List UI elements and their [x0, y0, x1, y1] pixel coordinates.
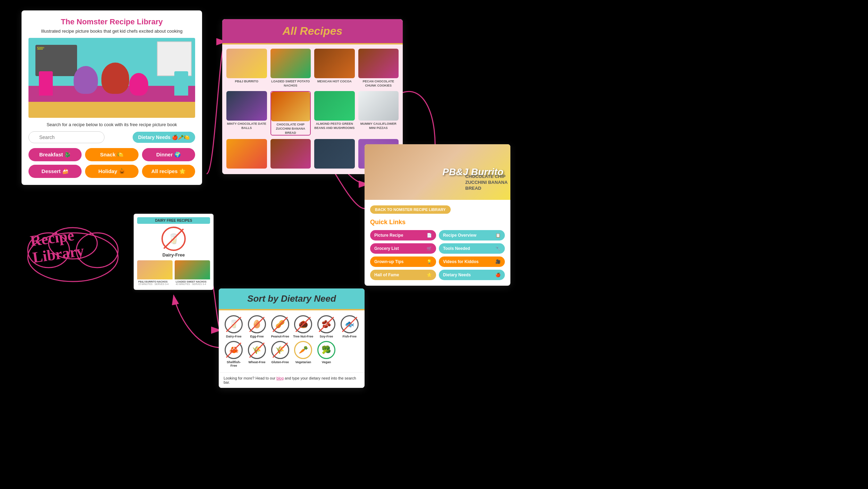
dietary-panel: Sort by Dietary Need 🥛 Dairy-Free 🥚 Egg-…	[219, 288, 365, 388]
pbj-hero-image: PB&J Burrito	[365, 144, 510, 200]
gluten-free-icon: 🌾	[271, 341, 289, 359]
banana-bread-floating-label: CHOCOLATE CHIP ZUCCHINI BANANA BREAD	[465, 174, 521, 191]
dietary-header: Sort by Dietary Need	[219, 288, 365, 310]
picture-recipe-button[interactable]: Picture Recipe 📄	[370, 230, 436, 241]
recipe-card-banana[interactable]: CHOCOLATE CHIP ZUCCHINI BANANA BREAD	[270, 91, 311, 136]
monster-pink-decoration	[129, 73, 148, 96]
grocery-list-button[interactable]: Grocery List 🛒	[370, 243, 436, 254]
recipe-name-choco: MINTY CHOCOLATE DATE BALLS	[226, 122, 267, 130]
dietary-footer-text: Looking for more? Head to our blog and t…	[224, 376, 356, 384]
category-grid: Breakfast 🐉 Snack 🍋 Dinner 🌍 Dessert 🍰 H…	[28, 148, 195, 178]
tools-needed-label: Tools Needed	[443, 246, 470, 251]
recipe-name-nachos: LOADED SWEET POTATO NACHOS	[270, 80, 311, 88]
mini-recipe-image-pbj	[137, 260, 173, 279]
site-subtitle: Illustrated recipe picture books that ge…	[28, 28, 195, 34]
pbj-panel: PB&J Burrito BACK TO NOMSTER RECIPE LIBR…	[365, 144, 510, 286]
mini-recipe-panel: DAIRY FREE RECIPES 🥛 Dairy-Free PB&J BUR…	[134, 214, 214, 290]
pbj-content: BACK TO NOMSTER RECIPE LIBRARY Quick Lin…	[365, 200, 510, 286]
dairy-free-icon: 🥛	[225, 315, 243, 333]
tools-needed-button[interactable]: Tools Needed 🔧	[439, 243, 505, 254]
mini-recipe-image-nachos	[175, 260, 210, 279]
dietary-title: Sort by Dietary Need	[226, 293, 358, 304]
mini-dairy-free-icon: 🥛	[161, 227, 186, 251]
dietary-item-treenut[interactable]: 🌰 Tree Nut-Free	[293, 315, 314, 338]
recipe-image-cauliflower	[358, 91, 399, 121]
dietary-item-vegetarian[interactable]: 🥕 Vegetarian	[293, 341, 314, 367]
dessert-button[interactable]: Dessert 🍰	[28, 165, 82, 178]
dietary-item-shellfish[interactable]: 🦀 Shellfish-Free	[224, 341, 244, 367]
peanut-free-label: Peanut-Free	[271, 335, 289, 338]
holiday-button[interactable]: Holiday 🎃	[85, 165, 138, 178]
monster-red-decoration	[101, 63, 129, 94]
dietary-item-vegan[interactable]: 🥦 Vegan	[316, 341, 337, 367]
recipe-name-cocoa: MEXICAN HOT COCOA	[317, 80, 352, 84]
search-wrapper: 🔍	[28, 131, 129, 143]
search-row: 🔍 Dietary Needs 🍎🥕🍋	[28, 131, 195, 143]
dietary-item-wheat[interactable]: 🌾 Wheat-Free	[247, 341, 267, 367]
dinner-button[interactable]: Dinner 🌍	[142, 148, 195, 161]
recipe-image-r3b	[270, 139, 311, 169]
treenut-free-label: Tree Nut-Free	[293, 335, 313, 338]
hall-of-fame-button[interactable]: Hall of Fame ⭐	[370, 270, 436, 280]
soy-free-icon: 🫘	[317, 315, 335, 333]
recipe-card-cauliflower[interactable]: MUMMY CAULIFLOWER MINI PIZZAS	[358, 91, 399, 136]
grown-up-tips-label: Grown-up Tips	[374, 259, 403, 264]
fish-free-label: Fish-Free	[342, 335, 357, 338]
blender-left-decoration	[39, 71, 53, 96]
recipe-overview-button[interactable]: Recipe Overview 📋	[439, 230, 505, 241]
recipe-card-r3a[interactable]	[226, 139, 267, 170]
recipe-card-r3b[interactable]	[270, 139, 311, 170]
wheat-free-icon: 🌾	[248, 341, 266, 359]
dietary-needs-button[interactable]: Dietary Needs 🍎🥕🍋	[133, 132, 195, 143]
mini-recipe-card-pbj[interactable]: PB&J BURRITO NACHOS 15 minutes · Serves …	[137, 260, 173, 286]
dietary-item-fish[interactable]: 🐟 Fish-Free	[339, 315, 360, 338]
snack-button[interactable]: Snack 🍋	[85, 148, 138, 161]
dietary-item-egg[interactable]: 🥚 Egg-Free	[247, 315, 267, 338]
dietary-item-gluten[interactable]: 🌾 Gluten-Free	[270, 341, 290, 367]
grocery-list-label: Grocery List	[374, 246, 399, 251]
videos-kiddos-icon: 🎥	[495, 259, 501, 264]
dietary-item-soy[interactable]: 🫘 Soy-Free	[316, 315, 337, 338]
soy-free-label: Soy-Free	[320, 335, 333, 338]
recipe-card-r3c[interactable]	[314, 139, 355, 170]
all-recipes-button[interactable]: All recipes 🌟	[142, 165, 195, 178]
egg-free-icon: 🥚	[248, 315, 266, 333]
search-input[interactable]	[28, 131, 105, 143]
treenut-free-icon: 🌰	[294, 315, 312, 333]
mini-recipe-card-nachos[interactable]: LOADED SWEET NACHOS 40 minutes · Serves …	[175, 260, 210, 286]
recipe-card-cocoa[interactable]: MEXICAN HOT COCOA	[314, 49, 355, 88]
all-recipes-title: All Recipes	[228, 25, 397, 38]
dietary-item-dairy[interactable]: 🥛 Dairy-Free	[224, 315, 244, 338]
tools-needed-icon: 🔧	[495, 246, 501, 251]
mini-recipe-name-pbj: PB&J BURRITO NACHOS 15 minutes · Serves …	[137, 279, 173, 286]
grocery-list-icon: 🛒	[427, 246, 432, 251]
recipe-card-choco[interactable]: MINTY CHOCOLATE DATE BALLS	[226, 91, 267, 136]
recipe-card-nachos[interactable]: LOADED SWEET POTATO NACHOS	[270, 49, 311, 88]
site-title: The Nomster Recipe Library	[28, 17, 195, 26]
recipe-card-cookies[interactable]: PECAN CHOCOLATE CHUNK COOKIES	[358, 49, 399, 88]
recipe-card-almond[interactable]: ALMOND PESTO GREEN BEANS AND MUSHROOMS	[314, 91, 355, 136]
mini-dairy-free-label: Dairy-Free	[137, 252, 210, 258]
recipe-image-cookies	[358, 49, 399, 78]
grown-up-tips-button[interactable]: Grown-up Tips 💡	[370, 256, 436, 267]
back-to-library-button[interactable]: BACK TO NOMSTER RECIPE LIBRARY	[370, 205, 451, 214]
quick-links-title: Quick Links	[370, 219, 505, 226]
egg-free-label: Egg-Free	[250, 335, 264, 338]
breakfast-button[interactable]: Breakfast 🐉	[28, 148, 82, 161]
videos-kiddos-button[interactable]: Videos for Kiddos 🎥	[439, 256, 505, 267]
recipe-name-cauliflower: MUMMY CAULIFLOWER MINI PIZZAS	[358, 122, 399, 130]
gluten-free-label: Gluten-Free	[271, 360, 289, 364]
dietary-needs-ql-button[interactable]: Dietary Needs 🍎	[439, 270, 505, 280]
dietary-icons-grid: 🥛 Dairy-Free 🥚 Egg-Free 🥜 Peanut-Free 🌰 …	[219, 310, 365, 372]
picture-recipe-label: Picture Recipe	[374, 233, 403, 238]
recipe-image-choco	[226, 91, 267, 121]
quick-links-grid: Picture Recipe 📄 Recipe Overview 📋 Groce…	[370, 230, 505, 280]
hall-of-fame-label: Hall of Fame	[374, 272, 399, 277]
blog-link[interactable]: blog	[276, 376, 284, 380]
mini-dairy-free-section: 🥛 Dairy-Free	[137, 227, 210, 258]
recipe-card-pbj[interactable]: PB&J BURRITO	[226, 49, 267, 88]
recipe-name-pbj: PB&J BURRITO	[235, 80, 258, 84]
dietary-item-peanut[interactable]: 🥜 Peanut-Free	[270, 315, 290, 338]
recipe-overview-icon: 📋	[495, 233, 501, 238]
recipe-image-pbj	[226, 49, 267, 78]
